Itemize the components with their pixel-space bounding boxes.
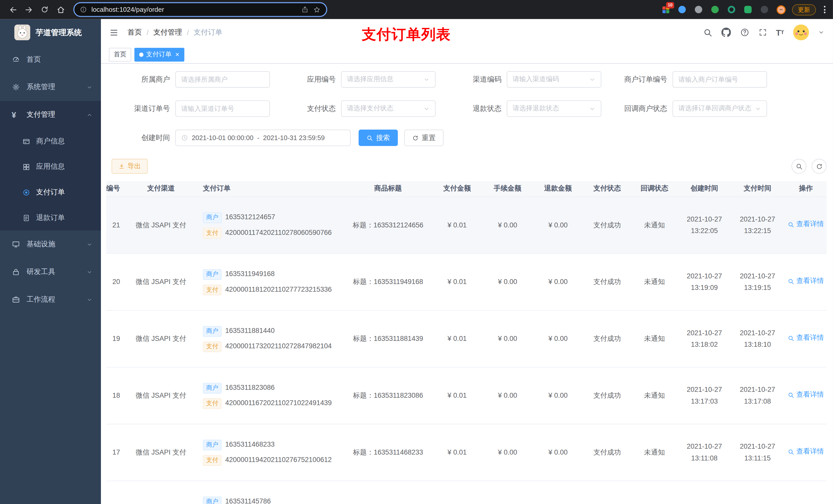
sidebar-item-pay-order[interactable]: 支付订单 [0,179,101,205]
help-icon[interactable] [740,28,749,37]
cell-notify: 未通知 [631,390,678,401]
tab-close-icon[interactable]: × [175,51,179,58]
cell-id: 19 [106,334,126,344]
extension-icon-blue[interactable] [677,4,687,15]
browser-home-button[interactable] [53,2,68,17]
sidebar-item-app-info[interactable]: 应用信息 [0,154,101,179]
refresh-icon [412,135,419,141]
search-button[interactable]: 搜索 [359,129,398,146]
sidebar-item-system[interactable]: 系统管理 [0,73,101,101]
chevron-down-icon [423,105,430,112]
site-info-icon[interactable] [80,6,87,13]
grid-icon [22,163,30,171]
chevron-down-icon [87,296,93,303]
download-icon [118,163,125,170]
export-button[interactable]: 导出 [112,159,147,174]
pay-status-select[interactable]: 请选择支付状态 [341,100,435,117]
cell-fee: ¥ 0.00 [482,277,533,287]
view-detail-link[interactable]: 查看详情 [788,276,824,286]
refund-status-select[interactable]: 请选择退款状态 [507,100,601,117]
cell-created: 2021-10-2713:22:05 [678,214,731,236]
sidebar-item-refund-order[interactable]: 退款订单 [0,205,101,231]
col-header-order: 支付订单 [195,184,344,194]
browser-update-button[interactable]: 更新 [792,4,816,15]
cell-id: 18 [106,390,126,401]
extension-icon-gray[interactable] [693,4,704,15]
pay-status-placeholder: 请选择支付状态 [347,104,421,113]
view-detail-link[interactable]: 查看详情 [788,219,824,230]
cell-fee: ¥ 0.00 [482,448,533,457]
search-icon[interactable] [703,28,712,37]
extension-icon-chat[interactable] [743,4,753,15]
browser-reload-button[interactable] [37,2,52,17]
sidebar-item-workflow[interactable]: 工作流程 [0,286,101,313]
search-icon [366,135,373,141]
avatar-caret-icon[interactable] [818,29,825,35]
app-logo[interactable]: 芋道管理系统 [0,19,101,46]
cell-id: 20 [106,277,126,287]
merchant-order-no: 1635311823086 [225,383,275,393]
pay-submenu: 商户信息 应用信息 支付订单 退款订单 [0,128,101,231]
tab-home[interactable]: 首页 [109,48,131,62]
filter-label-merchant: 所属商户 [124,74,175,84]
app-no-select[interactable]: 请选择应用信息 [341,71,435,88]
orders-table: 编号 支付渠道 支付订单 商品标题 支付金额 手续金额 退款金额 支付状态 回调… [106,181,827,504]
breadcrumb-section[interactable]: 支付管理 [153,28,182,37]
sidebar-item-merchant-info[interactable]: 商户信息 [0,128,101,154]
extension-icon-multicolor[interactable]: 10 [660,4,671,15]
tab-pay-order[interactable]: 支付订单 × [135,48,184,62]
refresh-table-button[interactable] [812,159,827,174]
cell-status: 支付成功 [583,334,631,344]
search-icon [788,278,794,285]
filter-label-refund-status: 退款状态 [456,104,507,113]
sidebar-item-infrastructure[interactable]: 基础设施 [0,231,101,258]
sidebar: 芋道管理系统 首页 系统管理 ¥ 支付管理 [0,19,101,504]
view-detail-link[interactable]: 查看详情 [788,390,824,400]
chevron-down-icon [589,105,596,112]
extension-badge: 10 [666,2,674,8]
browser-menu-button[interactable] [822,4,828,16]
channel-code-select[interactable]: 请输入渠道编码 [507,71,601,88]
extension-icon-dark[interactable] [759,4,769,15]
browser-forward-button[interactable] [21,2,36,17]
github-icon[interactable] [721,28,731,37]
browser-back-button[interactable] [5,2,20,17]
fullscreen-icon[interactable] [759,28,767,37]
bookmark-star-icon[interactable] [313,6,321,14]
filter-label-channel-code: 渠道编码 [456,74,507,84]
col-header-created: 创建时间 [678,184,731,194]
sidebar-item-pay[interactable]: ¥ 支付管理 [0,101,101,128]
sidebar-item-label: 退款订单 [36,213,65,222]
cell-paid: 2021-10-2713:17:08 [731,385,784,406]
merchant-filter-input[interactable] [175,71,270,88]
filter-label-notify-status: 回调商户状态 [621,104,672,113]
create-time-range-picker[interactable]: 2021-10-01 00:00:00 - 2021-10-31 23:59:5… [175,129,351,146]
address-bar[interactable]: localhost:1024/pay/order [73,2,327,17]
view-detail-link[interactable]: 查看详情 [788,333,824,343]
channel-order-no-input[interactable] [175,100,270,117]
yen-icon: ¥ [12,111,20,119]
tab-label: 首页 [114,50,126,59]
extension-icon-green[interactable] [710,4,720,15]
toggle-search-button[interactable] [791,159,806,174]
extension-icon-green-ring[interactable] [726,4,737,15]
top-navbar: 首页 / 支付管理 / 支付订单 支付订单列表 TT [101,19,833,46]
font-size-icon[interactable]: TT [776,28,784,37]
sidebar-item-devtools[interactable]: 研发工具 [0,258,101,286]
share-icon[interactable] [301,6,309,13]
tab-label: 支付订单 [146,50,172,59]
breadcrumb-home[interactable]: 首页 [127,28,142,37]
cell-id: 21 [106,220,126,230]
view-detail-link[interactable]: 查看详情 [788,447,824,457]
sidebar-item-home[interactable]: 首页 [0,46,101,73]
user-avatar[interactable] [793,24,809,40]
profile-avatar-icon[interactable] [776,4,786,15]
reset-button[interactable]: 重置 [404,129,444,146]
cell-created: 2021-10-2713:19:09 [678,271,731,293]
navbar-actions: TT [703,24,824,40]
cell-amount: ¥ 0.01 [432,277,482,287]
notify-status-select[interactable]: 请选择订单回调商户状态 [672,100,767,117]
hamburger-icon[interactable] [110,28,118,37]
app-title: 芋道管理系统 [35,27,82,38]
merchant-order-no-input[interactable] [672,71,767,88]
